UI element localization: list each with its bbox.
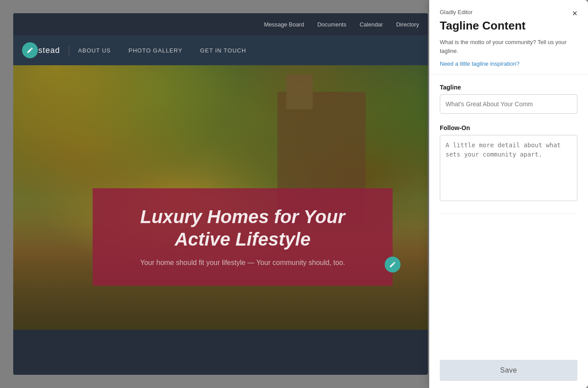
editor-description: What is the motto of your community? Tel… <box>440 38 577 55</box>
nav-about-us[interactable]: ABOUT US <box>78 47 111 54</box>
nav-message-board[interactable]: Message Board <box>264 21 304 28</box>
hero-subtitle: Your home should fit your lifestyle — Yo… <box>115 257 371 268</box>
close-button[interactable]: × <box>569 7 581 19</box>
top-nav: Message Board Documents Calendar Directo… <box>13 13 428 35</box>
nav-get-in-touch[interactable]: GET IN TOUCH <box>200 47 246 54</box>
nav-links: ABOUT US PHOTO GALLERY GET IN TOUCH <box>78 47 246 54</box>
followon-field-group: Follow-On <box>440 124 577 203</box>
save-button[interactable]: Save <box>440 360 577 381</box>
followon-label: Follow-On <box>440 124 577 131</box>
editor-footer: Save <box>429 353 588 388</box>
hero-section: Luxury Homes for Your Active Lifestyle Y… <box>13 65 428 330</box>
editor-body: Tagline Follow-On <box>429 75 588 353</box>
editor-header: Gladly Editor Tagline Content What is th… <box>429 0 588 75</box>
divider <box>440 213 577 214</box>
editor-title: Tagline Content <box>440 19 577 33</box>
nav-calendar[interactable]: Calendar <box>360 21 383 28</box>
tagline-input[interactable] <box>440 94 577 114</box>
website-preview: Message Board Documents Calendar Directo… <box>13 13 428 375</box>
nav-documents[interactable]: Documents <box>317 21 346 28</box>
hero-content-box: Luxury Homes for Your Active Lifestyle Y… <box>93 188 393 286</box>
tagline-field-group: Tagline <box>440 84 577 114</box>
editor-app-name: Gladly Editor <box>440 9 577 15</box>
edit-nav-button[interactable] <box>22 42 38 58</box>
nav-directory[interactable]: Directory <box>396 21 419 28</box>
followon-textarea[interactable] <box>440 135 577 201</box>
hero-title: Luxury Homes for Your Active Lifestyle <box>115 206 371 250</box>
edit-hero-button[interactable] <box>385 257 401 272</box>
nav-photo-gallery[interactable]: PHOTO GALLERY <box>128 47 182 54</box>
inspiration-link[interactable]: Need a little tagline inspiration? <box>440 60 520 67</box>
tagline-label: Tagline <box>440 84 577 91</box>
editor-panel: Gladly Editor Tagline Content What is th… <box>429 0 588 388</box>
main-nav: mestead ABOUT US PHOTO GALLERY GET IN TO… <box>13 35 428 65</box>
